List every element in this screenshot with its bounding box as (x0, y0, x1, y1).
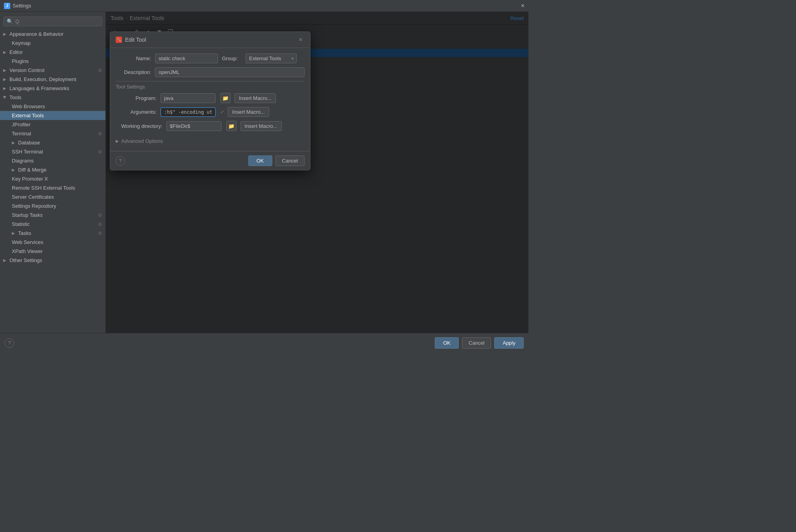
sidebar-item-tasks[interactable]: ▶ Tasks ⚙ (0, 229, 105, 238)
bottom-help-button[interactable]: ? (5, 338, 14, 348)
sidebar-item-jprofiler[interactable]: JProfiler (0, 120, 105, 129)
sidebar-item-label: Build, Execution, Deployment (9, 76, 76, 82)
dialog-title: Edit Tool (125, 37, 294, 43)
app-icon: J (4, 3, 10, 9)
sidebar-item-label: Tools (9, 94, 21, 100)
working-dir-folder-button[interactable]: 📁 (226, 121, 236, 131)
group-select-wrapper: External Tools (246, 54, 297, 63)
sidebar-item-label: SSH Terminal (12, 149, 43, 155)
description-input[interactable] (155, 67, 305, 77)
dialog-title-icon: 🔧 (116, 37, 122, 43)
dialog-cancel-button[interactable]: Cancel (275, 155, 305, 166)
description-label: Description: (116, 69, 151, 75)
title-bar: J Settings × (0, 0, 528, 12)
name-input[interactable] (155, 54, 218, 63)
sidebar-item-statistic[interactable]: Statistic ⚙ (0, 220, 105, 229)
description-row: Description: (116, 67, 305, 77)
settings-icon: ⚙ (98, 222, 102, 227)
bottom-apply-button[interactable]: Apply (494, 337, 524, 349)
content-area: Tools › External Tools Reset + − ✎ ▲ ▼ ❐… (106, 12, 528, 333)
insert-macro-1-button[interactable]: Insert Macro... (235, 93, 276, 103)
sidebar-item-terminal[interactable]: Terminal ⚙ (0, 129, 105, 138)
insert-macro-2-button[interactable]: Insert Macro... (228, 107, 269, 117)
arrow-icon: ▶ (3, 86, 6, 91)
bottom-cancel-button[interactable]: Cancel (462, 337, 491, 349)
sidebar-item-label: Other Settings (9, 257, 42, 263)
sidebar-item-label: Plugins (12, 58, 29, 64)
sidebar-item-build[interactable]: ▶ Build, Execution, Deployment (0, 75, 105, 84)
sidebar-item-remote-ssh[interactable]: Remote SSH External Tools (0, 183, 105, 192)
settings-icon: ⚙ (98, 212, 102, 218)
arguments-label: Arguments: (121, 109, 157, 115)
sidebar-item-other-settings[interactable]: ▶ Other Settings (0, 256, 105, 265)
dialog-help-button[interactable]: ? (116, 156, 125, 166)
sidebar-item-label: Database (18, 140, 40, 146)
arrow-icon: ▶ (12, 168, 15, 172)
bottom-ok-button[interactable]: OK (435, 337, 459, 349)
sidebar-item-diff-merge[interactable]: ▶ Diff & Merge (0, 165, 105, 174)
sidebar-item-web-browsers[interactable]: Web Browsers (0, 102, 105, 111)
sidebar-item-label: Appearance & Behavior (9, 31, 63, 37)
sidebar-item-label: Web Services (12, 239, 43, 245)
program-input[interactable] (161, 93, 216, 103)
sidebar-item-label: Version Control (9, 67, 44, 73)
arrow-icon: ▶ (3, 77, 6, 81)
sidebar: 🔍 ▶ Appearance & Behavior Keymap ▶ Edito… (0, 12, 106, 333)
window-close-button[interactable]: × (521, 3, 525, 9)
dialog-body: Name: Group: External Tools Description:… (110, 48, 310, 151)
arguments-input[interactable] (161, 107, 216, 117)
expand-icon: ⤢ (220, 109, 224, 115)
search-box[interactable]: 🔍 (3, 17, 102, 26)
tool-settings-label: Tool Settings (116, 81, 305, 93)
sidebar-item-label: Remote SSH External Tools (12, 185, 75, 191)
sidebar-item-label: Web Browsers (12, 103, 45, 109)
advanced-options-section[interactable]: ▶ Advanced Options (116, 135, 305, 146)
arrow-icon: ▶ (3, 258, 6, 262)
arguments-row: Arguments: ⤢ Insert Macro... (116, 107, 305, 117)
settings-icon: ⚙ (98, 68, 102, 73)
sidebar-item-xpath-viewer[interactable]: XPath Viewer (0, 247, 105, 256)
working-dir-label: Working directory: (121, 123, 163, 129)
sidebar-item-label: JProfiler (12, 122, 31, 127)
sidebar-item-label: Diff & Merge (18, 167, 46, 173)
sidebar-item-tools[interactable]: ▶ Tools (0, 93, 105, 102)
sidebar-item-editor[interactable]: ▶ Editor (0, 48, 105, 57)
dialog-ok-button[interactable]: OK (248, 155, 272, 166)
sidebar-item-external-tools[interactable]: External Tools (0, 111, 105, 120)
sidebar-item-label: Editor (9, 49, 23, 55)
insert-macro-3-button[interactable]: Insert Macro... (240, 121, 282, 131)
dialog-close-button[interactable]: × (297, 36, 305, 44)
sidebar-item-languages[interactable]: ▶ Languages & Frameworks (0, 84, 105, 93)
sidebar-item-label: Settings Repository (12, 203, 56, 209)
sidebar-item-label: Server Certificates (12, 194, 54, 200)
arrow-icon: ▶ (3, 50, 6, 54)
sidebar-item-settings-repo[interactable]: Settings Repository (0, 201, 105, 211)
sidebar-item-label: Statistic (12, 221, 30, 227)
arrow-icon: ▶ (3, 96, 7, 99)
sidebar-item-server-certs[interactable]: Server Certificates (0, 192, 105, 201)
sidebar-item-diagrams[interactable]: Diagrams (0, 156, 105, 165)
search-input[interactable] (15, 18, 99, 24)
settings-icon: ⚙ (98, 231, 102, 236)
working-dir-row: Working directory: 📁 Insert Macro... (116, 121, 305, 131)
sidebar-item-plugins[interactable]: Plugins (0, 57, 105, 66)
sidebar-item-database[interactable]: ▶ Database (0, 138, 105, 147)
sidebar-item-key-promoter[interactable]: Key Promoter X (0, 174, 105, 183)
bottom-bar: ? OK Cancel Apply (0, 333, 528, 353)
sidebar-item-version-control[interactable]: ▶ Version Control ⚙ (0, 66, 105, 75)
sidebar-item-appearance[interactable]: ▶ Appearance & Behavior (0, 30, 105, 39)
sidebar-item-label: Keymap (12, 40, 31, 46)
name-label: Name: (116, 55, 151, 61)
sidebar-item-label: XPath Viewer (12, 248, 43, 254)
sidebar-item-web-services[interactable]: Web Services (0, 238, 105, 247)
sidebar-item-ssh-terminal[interactable]: SSH Terminal ⚙ (0, 147, 105, 156)
edit-tool-dialog: 🔧 Edit Tool × Name: Group: External Tool… (110, 31, 310, 170)
program-folder-button[interactable]: 📁 (220, 93, 231, 103)
working-dir-input[interactable] (166, 121, 222, 131)
sidebar-item-startup-tasks[interactable]: Startup Tasks ⚙ (0, 211, 105, 220)
group-select[interactable]: External Tools (246, 54, 297, 63)
sidebar-item-label: External Tools (12, 113, 44, 118)
sidebar-item-keymap[interactable]: Keymap (0, 39, 105, 48)
sidebar-item-label: Startup Tasks (12, 212, 43, 218)
sidebar-item-label: Diagrams (12, 158, 34, 164)
